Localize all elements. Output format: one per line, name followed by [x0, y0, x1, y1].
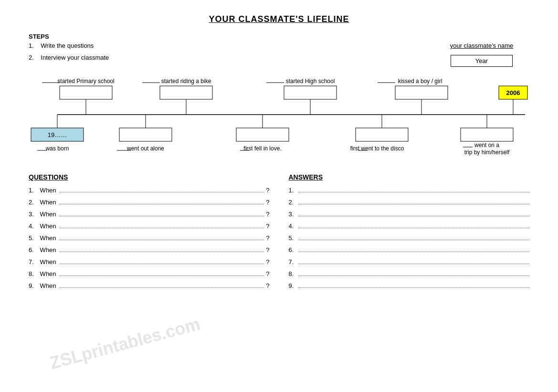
- q-item-4: 4. When ?: [29, 222, 270, 230]
- q-num-2: 2.: [29, 199, 38, 206]
- q-num-7: 7.: [29, 258, 38, 265]
- a-num-4: 4.: [289, 222, 298, 230]
- year-2006-label: 2006: [506, 89, 520, 96]
- q-item-8: 8. When ?: [29, 269, 270, 277]
- box-high: [284, 86, 337, 99]
- label-trip-1: went on a: [474, 142, 499, 148]
- a-dots-9: [298, 281, 530, 288]
- step-1-text: Write the questions: [41, 42, 94, 49]
- steps-left: 1. Write the questions 2. Interview your…: [29, 42, 434, 66]
- q-num-8: 8.: [29, 270, 38, 277]
- q-item-5: 5. When ?: [29, 233, 270, 242]
- q-dots-9: [60, 281, 264, 288]
- steps-row: 1. Write the questions 2. Interview your…: [29, 42, 529, 67]
- step-2-num: 2.: [29, 54, 34, 61]
- step-1: 1. Write the questions: [29, 42, 434, 49]
- q-item-2: 2. When ?: [29, 198, 270, 206]
- a-item-8: 8.: [289, 269, 530, 277]
- a-num-1: 1.: [289, 187, 298, 194]
- q-item-9: 9. When ?: [29, 281, 270, 289]
- q-when-4: When: [38, 222, 58, 230]
- year-box: Year: [451, 55, 513, 67]
- a-num-2: 2.: [289, 199, 298, 206]
- q-num-5: 5.: [29, 234, 38, 242]
- a-num-3: 3.: [289, 211, 298, 218]
- q-item-1: 1. When ?: [29, 186, 270, 194]
- timeline-svg: started Primary school started riding a …: [29, 76, 530, 158]
- qa-section: QUESTIONS 1. When ? 2. When ? 3. When ? …: [29, 173, 529, 293]
- a-dots-7: [298, 257, 530, 264]
- label-primary: started Primary school: [57, 78, 114, 85]
- q-dots-3: [60, 210, 264, 216]
- a-item-5: 5.: [289, 233, 530, 242]
- q-mark-4: ?: [266, 222, 269, 230]
- step-1-num: 1.: [29, 42, 34, 49]
- answers-header: ANSWERS: [289, 173, 530, 181]
- q-dots-2: [60, 198, 264, 204]
- q-item-3: 3. When ?: [29, 210, 270, 218]
- q-num-1: 1.: [29, 187, 38, 194]
- a-num-6: 6.: [289, 246, 298, 254]
- q-num-6: 6.: [29, 246, 38, 254]
- q-num-3: 3.: [29, 211, 38, 218]
- a-item-2: 2.: [289, 198, 530, 206]
- label-was-born: was born: [45, 145, 69, 152]
- q-dots-1: [60, 186, 264, 192]
- a-num-7: 7.: [289, 258, 298, 265]
- label-went-out: went out alone: [126, 145, 164, 152]
- a-item-6: 6.: [289, 245, 530, 254]
- q-dots-7: [60, 257, 264, 264]
- q-when-1: When: [38, 187, 58, 194]
- a-num-8: 8.: [289, 270, 298, 277]
- box-love: [236, 128, 289, 141]
- a-dots-4: [298, 222, 530, 228]
- box-primary: [60, 86, 112, 99]
- a-dots-8: [298, 269, 530, 276]
- steps-section: STEPS 1. Write the questions 2. Intervie…: [29, 33, 529, 67]
- timeline-section: started Primary school started riding a …: [29, 76, 529, 159]
- q-mark-9: ?: [266, 282, 269, 289]
- a-num-5: 5.: [289, 234, 298, 242]
- box-disco: [356, 128, 408, 141]
- q-when-3: When: [38, 211, 58, 218]
- q-dots-4: [60, 222, 264, 228]
- q-when-7: When: [38, 258, 58, 265]
- label-high: started High school: [286, 78, 335, 85]
- step-2: 2. Interview your classmate: [29, 54, 434, 61]
- a-dots-3: [298, 210, 530, 216]
- steps-right: your classmate's name Year: [434, 42, 529, 67]
- q-mark-8: ?: [266, 270, 269, 277]
- q-when-9: When: [38, 282, 58, 289]
- answers-col: ANSWERS 1. 2. 3. 4. 5. 6. 7.: [289, 173, 530, 293]
- classmate-name-label: your classmate's name: [450, 42, 514, 49]
- a-num-9: 9.: [289, 282, 298, 289]
- q-dots-8: [60, 269, 264, 276]
- a-dots-2: [298, 198, 530, 204]
- q-when-8: When: [38, 270, 58, 277]
- label-bike: started riding a bike: [161, 78, 211, 85]
- q-num-4: 4.: [29, 222, 38, 230]
- q-when-2: When: [38, 199, 58, 206]
- a-item-9: 9.: [289, 281, 530, 289]
- a-dots-5: [298, 233, 530, 240]
- label-trip-2: trip by him/herself: [464, 149, 510, 156]
- q-mark-2: ?: [266, 199, 269, 206]
- box-bike: [160, 86, 212, 99]
- a-item-1: 1.: [289, 186, 530, 194]
- box-kiss: [395, 86, 448, 99]
- q-mark-6: ?: [266, 246, 269, 254]
- born-year-label: 19……: [48, 131, 67, 138]
- label-disco: first went to the disco: [350, 145, 404, 152]
- label-kiss: kissed a boy / girl: [398, 78, 442, 85]
- q-mark-7: ?: [266, 258, 269, 265]
- q-mark-5: ?: [266, 234, 269, 242]
- q-item-7: 7. When ?: [29, 257, 270, 265]
- page-title: YOUR CLASSMATE'S LIFELINE: [29, 14, 529, 24]
- questions-col: QUESTIONS 1. When ? 2. When ? 3. When ? …: [29, 173, 270, 293]
- a-dots-1: [298, 186, 530, 192]
- label-fell-love: first fell in love.: [243, 145, 281, 152]
- q-mark-1: ?: [266, 187, 269, 194]
- q-num-9: 9.: [29, 282, 38, 289]
- a-item-7: 7.: [289, 257, 530, 265]
- box-trip: [461, 128, 513, 141]
